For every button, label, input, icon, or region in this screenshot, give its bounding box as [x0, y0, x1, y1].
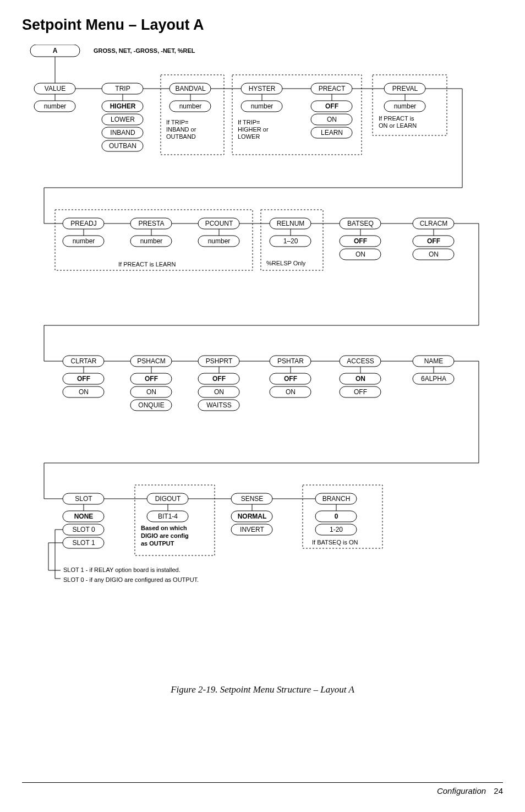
- svg-text:HIGHER: HIGHER: [110, 102, 136, 110]
- svg-text:PSHACM: PSHACM: [137, 357, 165, 365]
- svg-text:ONQUIE: ONQUIE: [138, 401, 164, 409]
- col-value: VALUE number: [34, 83, 75, 112]
- svg-text:SLOT: SLOT: [75, 495, 92, 503]
- svg-text:1-20: 1-20: [330, 526, 343, 533]
- svg-text:Based on which: Based on which: [141, 525, 187, 531]
- svg-text:OFF: OFF: [325, 102, 338, 110]
- col-preact: PREACT OFF ON LEARN: [311, 83, 352, 138]
- figure-caption: Figure 2-19. Setpoint Menu Structure – L…: [22, 684, 503, 695]
- svg-text:ACCESS: ACCESS: [347, 357, 374, 365]
- svg-text:OFF: OFF: [354, 388, 367, 396]
- svg-text:If TRIP=: If TRIP=: [166, 119, 188, 126]
- svg-text:number: number: [44, 102, 67, 110]
- svg-text:LOWER: LOWER: [238, 133, 260, 140]
- svg-text:HYSTER: HYSTER: [249, 85, 276, 92]
- svg-text:GROSS, NET, -GROSS, -NET, %REL: GROSS, NET, -GROSS, -NET, %REL: [94, 47, 195, 54]
- svg-text:INBAND or: INBAND or: [166, 126, 196, 133]
- svg-text:%RELSP Only: %RELSP Only: [266, 260, 306, 266]
- footer-page: 24: [494, 786, 503, 795]
- svg-text:number: number: [140, 237, 163, 245]
- svg-text:1–20: 1–20: [283, 237, 298, 245]
- svg-text:DIGIO are config: DIGIO are config: [141, 532, 189, 539]
- svg-text:number: number: [208, 237, 231, 245]
- svg-text:PREADJ: PREADJ: [70, 220, 96, 227]
- svg-text:WAITSS: WAITSS: [206, 401, 232, 409]
- svg-text:OFF: OFF: [212, 375, 226, 383]
- svg-text:CLRTAR: CLRTAR: [71, 357, 97, 365]
- svg-text:TRIP: TRIP: [115, 85, 130, 92]
- svg-text:number: number: [251, 102, 274, 110]
- page-title: Setpoint Menu – Layout A: [22, 17, 503, 34]
- svg-text:ON: ON: [356, 375, 365, 383]
- svg-text:ON: ON: [429, 250, 439, 258]
- svg-text:NONE: NONE: [74, 513, 94, 520]
- footnote-1: SLOT 1 - if RELAY option board is instal…: [63, 566, 181, 573]
- page-footer: Configuration 24: [22, 782, 503, 795]
- svg-text:OFF: OFF: [77, 375, 90, 383]
- svg-text:PSHPRT: PSHPRT: [206, 357, 233, 365]
- svg-text:RELNUM: RELNUM: [277, 220, 305, 227]
- svg-text:PCOUNT: PCOUNT: [205, 220, 233, 227]
- svg-text:LEARN: LEARN: [321, 129, 343, 137]
- svg-text:NAME: NAME: [424, 357, 444, 365]
- svg-text:SLOT 1: SLOT 1: [72, 539, 95, 547]
- svg-text:6ALPHA: 6ALPHA: [421, 375, 446, 383]
- row3: CLRTAR OFF ON PSHACM OFF ON ONQUIE: [44, 356, 479, 499]
- svg-text:0: 0: [335, 513, 338, 520]
- svg-text:INBAND: INBAND: [110, 129, 135, 137]
- svg-text:A: A: [53, 47, 58, 55]
- row2: If PREACT is LEARN PREADJ number PRESTA …: [44, 210, 479, 361]
- svg-text:number: number: [179, 102, 202, 110]
- svg-text:If PREACT is LEARN: If PREACT is LEARN: [118, 261, 176, 268]
- svg-text:SLOT 0: SLOT 0: [72, 526, 95, 533]
- svg-text:BATSEQ: BATSEQ: [347, 220, 374, 227]
- svg-text:CLRACM: CLRACM: [420, 220, 448, 227]
- svg-text:LOWER: LOWER: [111, 116, 135, 123]
- svg-text:OUTBAND: OUTBAND: [166, 133, 196, 140]
- svg-text:PRESTA: PRESTA: [138, 220, 164, 227]
- svg-text:If TRIP=: If TRIP=: [238, 119, 260, 126]
- svg-text:OFF: OFF: [427, 237, 440, 245]
- svg-text:ON: ON: [286, 388, 296, 396]
- svg-text:PREVAL: PREVAL: [392, 85, 418, 92]
- svg-text:DIGOUT: DIGOUT: [155, 495, 181, 503]
- col-trip: TRIP HIGHER LOWER INBAND OUTBAN: [102, 83, 143, 151]
- svg-text:ON: ON: [356, 250, 365, 258]
- diagram: A GROSS, NET, -GROSS, -NET, %REL VALUE: [22, 45, 503, 678]
- svg-text:If BATSEQ is ON: If BATSEQ is ON: [312, 539, 358, 546]
- svg-text:OFF: OFF: [284, 375, 297, 383]
- svg-text:ON: ON: [327, 116, 337, 123]
- svg-text:OUTBAN: OUTBAN: [109, 142, 136, 150]
- svg-text:NORMAL: NORMAL: [238, 513, 267, 520]
- col-bandval: BANDVAL number If TRIP= INBAND or OUTBAN…: [161, 75, 224, 155]
- svg-text:ON: ON: [146, 388, 156, 396]
- svg-text:ON or LEARN: ON or LEARN: [379, 122, 417, 129]
- svg-text:ON: ON: [214, 388, 224, 396]
- svg-text:VALUE: VALUE: [45, 85, 65, 92]
- svg-text:as OUTPUT: as OUTPUT: [141, 540, 174, 547]
- svg-text:BIT1-4: BIT1-4: [158, 513, 178, 520]
- svg-text:OFF: OFF: [145, 375, 158, 383]
- svg-text:If PREACT is: If PREACT is: [379, 115, 414, 122]
- svg-text:PREACT: PREACT: [319, 85, 346, 92]
- svg-text:BRANCH: BRANCH: [322, 495, 351, 503]
- svg-text:SENSE: SENSE: [241, 495, 264, 503]
- svg-text:PSHTAR: PSHTAR: [277, 357, 304, 365]
- header-node: A GROSS, NET, -GROSS, -NET, %REL: [30, 45, 195, 83]
- svg-text:ON: ON: [79, 388, 89, 396]
- svg-text:BANDVAL: BANDVAL: [175, 85, 205, 92]
- col-preval: PREVAL number If PREACT is ON or LEARN: [373, 75, 447, 135]
- svg-text:INVERT: INVERT: [240, 526, 264, 533]
- footer-section: Configuration: [437, 786, 486, 795]
- svg-text:number: number: [394, 102, 417, 110]
- svg-text:HIGHER or: HIGHER or: [238, 126, 269, 133]
- svg-text:OFF: OFF: [354, 237, 367, 245]
- footnote-2: SLOT 0 - if any DIGIO are configured as …: [63, 576, 199, 583]
- row4: SLOT NONE SLOT 0 SLOT 1 DIGOUT: [48, 485, 382, 579]
- row1: VALUE number TRIP HIGHER LOWER INBAND OU…: [34, 75, 462, 224]
- svg-text:number: number: [73, 237, 95, 245]
